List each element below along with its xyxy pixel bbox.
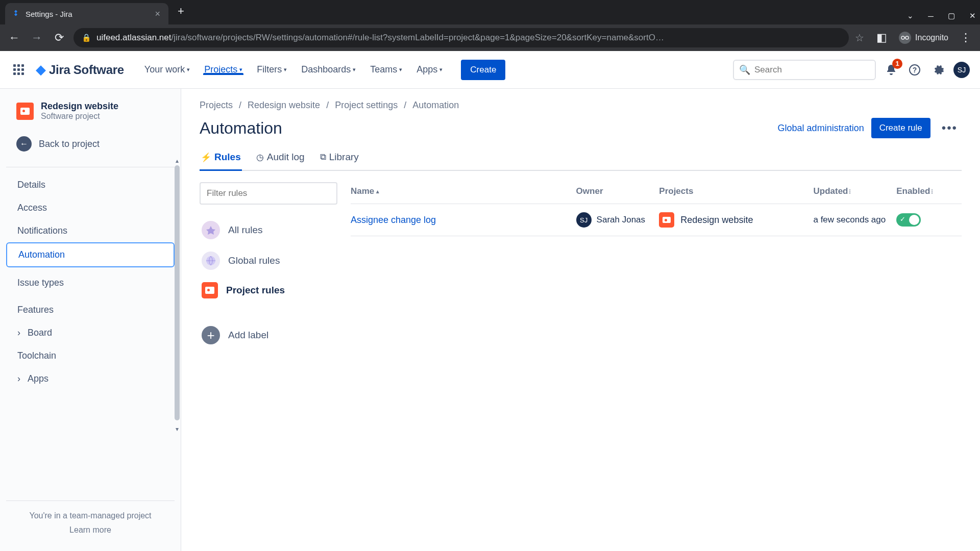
more-actions-icon[interactable]: ••• [938,119,962,137]
col-name[interactable]: Name▴ [351,186,576,196]
filter-all-rules[interactable]: All rules [200,215,337,245]
sidebar: Redesign website Software project ← Back… [0,89,181,551]
filter-label: Global rules [228,255,280,266]
close-tab-icon[interactable]: × [153,9,162,19]
filter-column: All rules Global rules Project rules + A… [200,182,337,350]
all-rules-icon [202,221,220,239]
browser-menu-icon[interactable]: ⋮ [958,31,974,44]
bookmark-icon[interactable]: ☆ [855,32,864,44]
back-arrow-icon: ← [16,136,32,152]
nav-your-work[interactable]: Your work▾ [137,64,197,75]
filter-global-rules[interactable]: Global rules [200,245,337,276]
notifications-button[interactable]: 1 [883,62,899,78]
sort-asc-icon: ▴ [376,188,379,195]
project-rules-icon [202,282,218,298]
learn-more-link[interactable]: Learn more [16,525,164,535]
breadcrumb-projects[interactable]: Projects [200,100,233,111]
reload-icon[interactable]: ⟳ [51,31,67,44]
settings-button[interactable] [930,62,946,78]
sidebar-item-apps[interactable]: Apps [6,367,175,390]
url-domain: uifeed.atlassian.net [96,33,172,43]
minimize-icon[interactable]: ─ [928,12,934,20]
create-rule-button[interactable]: Create rule [871,118,930,138]
extensions-icon[interactable]: ◧ [873,31,890,44]
incognito-label: Incognito [915,33,948,42]
back-icon[interactable]: ← [6,31,22,44]
global-admin-link[interactable]: Global administration [778,123,864,134]
nav-dashboards[interactable]: Dashboards▾ [294,64,363,75]
nav-menu: Your work▾ Projects▾ Filters▾ Dashboards… [137,64,450,75]
notification-badge: 1 [892,59,902,69]
page-title: Automation [200,119,282,138]
tab-label: Audit log [267,152,305,163]
sidebar-item-access[interactable]: Access [6,196,175,219]
project-icon [659,212,674,228]
filter-project-rules[interactable]: Project rules [200,276,337,305]
clock-icon: ◷ [256,152,264,163]
scrollbar-thumb[interactable] [175,165,180,420]
sidebar-item-automation[interactable]: Automation [6,242,175,267]
project-type: Software project [41,112,118,121]
app-switcher-icon[interactable] [10,62,27,78]
breadcrumb-project[interactable]: Redesign website [248,100,320,111]
project-name: Redesign website [41,101,118,112]
tab-rules[interactable]: ⚡ Rules [200,146,242,170]
tab-audit-log[interactable]: ◷ Audit log [255,146,306,170]
sidebar-item-toolchain[interactable]: Toolchain [6,344,175,367]
browser-tab[interactable]: Settings - Jira × [5,3,168,24]
col-label: Enabled [896,186,930,196]
sidebar-footer: You're in a team-managed project Learn m… [6,500,175,545]
filter-rules-input[interactable] [200,182,337,205]
col-owner[interactable]: Owner [576,186,659,196]
close-window-icon[interactable]: ✕ [969,11,976,20]
jira-logo[interactable]: ◆ Jira Software [36,62,124,78]
sidebar-item-label: Board [28,328,52,338]
sidebar-item-features[interactable]: Features [6,298,175,321]
sort-indicator-icon: ⁝ [931,188,933,195]
sidebar-item-issue-types[interactable]: Issue types [6,271,175,294]
scroll-up-icon[interactable]: ▴ [174,157,181,164]
col-projects[interactable]: Projects [659,186,813,196]
rule-name-link[interactable]: Assignee change log [351,215,436,226]
incognito-badge[interactable]: Incognito [899,32,948,44]
tab-library[interactable]: ⧉ Library [319,146,360,170]
col-enabled[interactable]: Enabled⁝ [896,186,962,196]
sidebar-item-board[interactable]: Board [6,321,175,344]
nav-teams[interactable]: Teams▾ [363,64,409,75]
nav-item-label: Apps [416,64,437,75]
rules-table: Name▴ Owner Projects Updated⁝ Enabled⁝ A… [351,182,962,350]
incognito-icon [899,32,911,44]
new-tab-button[interactable]: + [168,5,193,18]
nav-apps[interactable]: Apps▾ [409,64,450,75]
sort-indicator-icon: ⁝ [849,188,851,195]
breadcrumb-settings[interactable]: Project settings [335,100,398,111]
search-box[interactable]: 🔍 [733,60,876,80]
footer-message: You're in a team-managed project [16,511,164,520]
add-label-button[interactable]: + Add label [200,320,337,350]
maximize-icon[interactable]: ▢ [948,11,955,20]
sidebar-item-notifications[interactable]: Notifications [6,219,175,242]
tabs-dropdown-icon[interactable]: ⌄ [907,11,914,20]
global-rules-icon [202,252,220,270]
url-input[interactable]: 🔒 uifeed.atlassian.net/jira/software/pro… [74,28,849,47]
nav-filters[interactable]: Filters▾ [250,64,294,75]
scroll-down-icon[interactable]: ▾ [174,425,181,433]
col-updated[interactable]: Updated⁝ [813,186,896,196]
search-input[interactable] [754,65,870,75]
main-content: Projects/ Redesign website/ Project sett… [181,89,980,551]
enabled-toggle[interactable]: ✓ [896,213,921,227]
breadcrumb: Projects/ Redesign website/ Project sett… [200,100,962,111]
back-to-project[interactable]: ← Back to project [6,130,175,158]
nav-projects[interactable]: Projects▾ [197,64,250,75]
user-avatar[interactable]: SJ [953,62,970,78]
create-button[interactable]: Create [461,60,505,80]
help-button[interactable]: ? [906,62,923,78]
project-header[interactable]: Redesign website Software project [6,101,175,130]
forward-icon[interactable]: → [29,31,45,44]
breadcrumb-automation[interactable]: Automation [412,100,459,111]
toggle-knob [909,215,919,225]
svg-point-0 [901,36,904,39]
filter-label: Add label [228,330,268,341]
sidebar-item-details[interactable]: Details [6,173,175,196]
lock-icon: 🔒 [82,33,91,42]
